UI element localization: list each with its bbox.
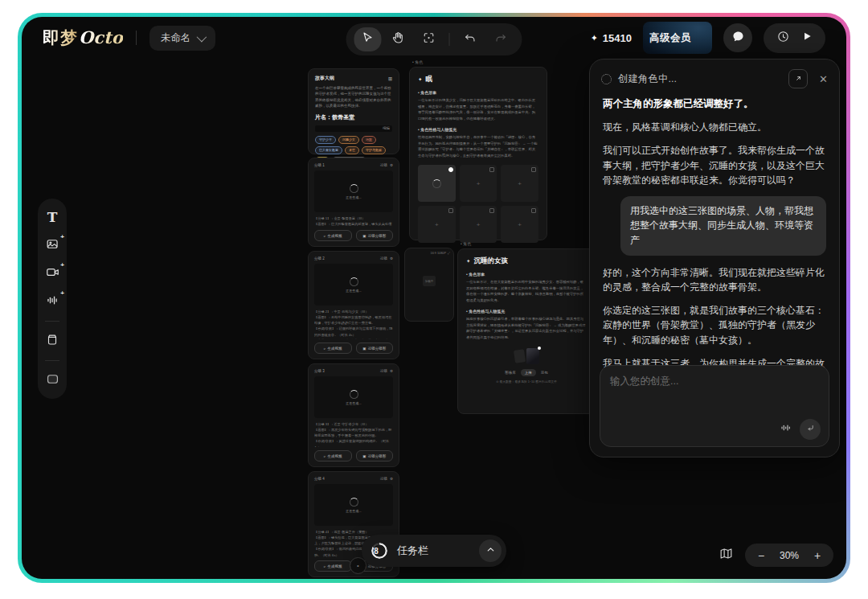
image-slot-empty[interactable]: + (501, 206, 538, 243)
shot-card-2[interactable]: 分镜 2 运镜⚙ 正在生成... 【分镜 2】：中景·石棺与少女（日） 【画面】… (308, 251, 399, 359)
grid-icon[interactable]: ⊞ (388, 76, 392, 81)
clapper-icon: ▹ (324, 234, 326, 238)
premium-member-banner[interactable]: 高级会员 (643, 22, 712, 54)
character-arc: 她是故事核心的沉默牵引者，串联着整个故事的核心谜题与悬念。因其身世与主线深度绑定… (466, 316, 587, 340)
tab-doubao[interactable]: 豆包 (541, 371, 548, 375)
storyboard-button[interactable]: ▣运镜分镜图 (356, 230, 394, 241)
zoom-in-button[interactable]: + (806, 549, 829, 562)
hand-tool-button[interactable] (385, 27, 412, 51)
video-tool-button[interactable]: + (43, 265, 62, 282)
shot-script-text: 【分镜 3】：近景·守护者少年（日） 【画面】：黑发少年抬头望向穹顶裂隙漏下的光… (314, 421, 393, 447)
asset-box-tool-button[interactable] (43, 332, 62, 350)
voice-input-icon[interactable] (779, 421, 792, 437)
shot-actions: ▹生成视频 ▣运镜分镜图 (314, 343, 393, 354)
return-arrow-icon (805, 422, 816, 437)
credits-value: 15410 (603, 32, 632, 44)
text-tool-button[interactable]: T (43, 208, 62, 226)
storyboard-button[interactable]: ▣运镜分镜图 (356, 343, 394, 354)
task-bar[interactable]: 8 任务栏 (362, 535, 506, 567)
send-button[interactable] (800, 419, 821, 440)
section-heading-text: 角色性格与人物弧光 (469, 309, 505, 314)
character-card-sleeping-girl[interactable]: ✦ 沉睡的女孩 • 角色形象 一位年龄不详、在巨大骨架教堂的石棺中安睡的清秀少女… (457, 248, 596, 414)
close-icon[interactable]: ✕ (819, 73, 828, 85)
minimap-button[interactable] (719, 546, 734, 564)
image-tool-button[interactable]: + (43, 236, 62, 254)
assistant-chat-panel: 创建角色中... ✕ 两个主角的形象都已经调整好了。 现在，风格基调和核心人物都… (589, 59, 840, 457)
expand-icon[interactable]: ⤢ (448, 252, 450, 255)
app-logo[interactable]: 即梦 Octo (43, 27, 123, 49)
story-tag[interactable]: 末世 (345, 146, 359, 154)
frame-select-tool-button[interactable] (416, 27, 443, 51)
gear-icon[interactable]: ⚙ (390, 163, 393, 167)
story-tag[interactable]: 守护与救赎 (362, 146, 386, 154)
document-name-dropdown[interactable]: 未命名 (149, 26, 216, 51)
gear-icon[interactable]: ⚙ (390, 369, 393, 373)
story-tag[interactable]: 沉睡少女 (338, 136, 359, 144)
section-heading-text: 角色形象 (469, 272, 485, 277)
outline-edit-strip[interactable]: 编辑 (315, 125, 392, 132)
generate-video-button[interactable]: ▹生成视频 (314, 560, 352, 572)
expand-panel-button[interactable] (788, 69, 808, 88)
shot-header: 分镜 3 运镜⚙ (314, 369, 393, 373)
shot-preview-area: 正在生成... (314, 484, 393, 526)
shot-card-1[interactable]: 分镜 1 运镜⚙ 正在生成... 【分镜 1】：全景·骸骨圣堂（日） 【画面】：… (308, 158, 399, 247)
story-tag[interactable]: 巨大骨架教堂 (315, 146, 342, 154)
story-outline-card[interactable]: 故事大纲 ⊞ 在一个由巨兽骸骨构成的死寂世界里，一个孤独的守护者发现，他一直守护… (308, 68, 399, 154)
audio-tool-button[interactable]: + (43, 293, 62, 310)
left-tool-rail: T + + + (38, 199, 67, 399)
story-tag[interactable]: 守护少年 (315, 136, 336, 144)
credits-counter[interactable]: ✦ 15410 (591, 32, 632, 44)
plus-badge: + (60, 290, 64, 297)
reference-thumbnail[interactable] (513, 349, 525, 363)
generate-video-button[interactable]: ▹生成视频 (314, 343, 352, 354)
section-heading: • 角色性格与人物弧光 (466, 309, 587, 314)
zoom-level[interactable]: 30% (772, 550, 806, 561)
gear-icon[interactable]: ⚙ (390, 256, 393, 261)
scene-frame-card[interactable]: 16:9 1080P ⤢ 加载中 (404, 248, 454, 322)
shot-id: 分镜 3 (314, 369, 325, 373)
assistant-message: 现在，风格基调和核心人物都已确立。 (603, 120, 826, 135)
chat-status-title: 创建角色中... (618, 72, 782, 86)
section-heading: • 角色形象 (466, 272, 587, 277)
select-tool-button[interactable] (354, 27, 382, 51)
generate-video-button[interactable]: ▹生成视频 (314, 450, 352, 462)
scene-meta: 16:9 1080P ⤢ (408, 252, 450, 255)
character-image-grid: + + + + + (418, 165, 538, 243)
taskbar-expand-button[interactable] (479, 540, 502, 562)
frame-board-tool-button[interactable] (43, 371, 62, 389)
image-slot-loading[interactable] (418, 165, 456, 202)
shot-card-3[interactable]: 分镜 3 运镜⚙ 正在生成... 【分镜 3】：近景·守护者少年（日） 【画面】… (308, 363, 399, 467)
cursor-icon (361, 31, 375, 48)
layer-label-text: 角色 (463, 241, 471, 246)
gear-icon[interactable]: ⚙ (390, 477, 393, 481)
redo-button[interactable] (487, 27, 514, 51)
zoom-out-button[interactable]: − (750, 549, 772, 562)
plus-icon: + (477, 221, 481, 228)
generate-video-button[interactable]: ▹生成视频 (314, 230, 352, 241)
history-clock-icon[interactable] (776, 30, 790, 47)
generate-video-label: 生成视频 (327, 454, 342, 458)
reference-thumbnail[interactable] (526, 348, 539, 364)
story-tag[interactable]: 治愈 (362, 136, 376, 144)
gradient-frame: 即梦 Octo 未命名 (18, 13, 850, 583)
storyboard-button[interactable]: ▣运镜分镜图 (356, 450, 394, 462)
plus-icon: + (518, 221, 522, 228)
tab-upload[interactable]: 上传 (521, 369, 536, 376)
logo-cn: 即梦 (43, 27, 78, 49)
input-actions (779, 419, 821, 440)
character-card-mian[interactable]: ✦ 眠 • 角色形象 一位年龄不详的绝美少女，沉睡于巨大骨架教堂深处的石棺之中。… (409, 67, 547, 240)
tab-image-library[interactable]: 图像库 (505, 371, 516, 375)
image-slot-empty[interactable]: + (418, 206, 456, 243)
zoom-controls: − 30% + (719, 544, 833, 567)
play-icon[interactable] (801, 31, 813, 45)
image-slot-empty[interactable]: + (460, 165, 497, 202)
assistant-message: 好的，这个方向非常清晰。我们现在就把这些碎片化的灵感，整合成一个完整的故事骨架。 (603, 265, 826, 295)
app-window: 即梦 Octo 未命名 (22, 17, 846, 579)
image-slot-empty[interactable]: + (460, 206, 497, 243)
undo-button[interactable] (457, 27, 484, 51)
image-slot-empty[interactable]: + (501, 165, 538, 202)
topbar-right: ✦ 15410 高级会员 (591, 22, 825, 54)
zoom-pill: − 30% + (745, 544, 833, 567)
image-icon (45, 236, 60, 255)
feedback-chat-button[interactable] (723, 23, 752, 52)
